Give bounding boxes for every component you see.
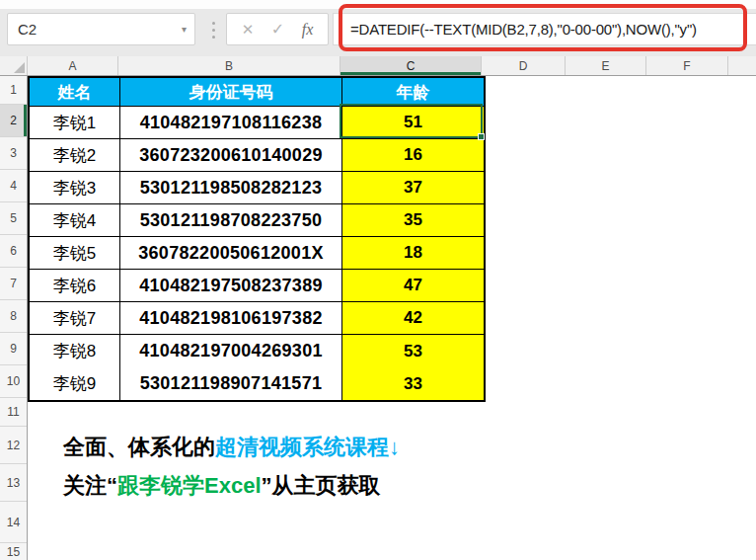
cancel-icon[interactable]: ✕ <box>242 21 255 39</box>
cell-b5[interactable]: 530121198708223750 <box>120 204 342 237</box>
insert-function-icon[interactable]: fx <box>302 21 314 39</box>
cell-c6[interactable]: 18 <box>342 237 484 270</box>
column-header-e[interactable]: E <box>566 56 646 75</box>
row-header-2[interactable]: 2 <box>0 105 27 137</box>
row-header-7[interactable]: 7 <box>0 268 27 300</box>
promo-line2-prefix: 关注“ <box>63 473 117 498</box>
cell-a9[interactable]: 李锐8 <box>30 335 120 367</box>
cell-a3[interactable]: 李锐2 <box>30 139 120 172</box>
cell-a8[interactable]: 李锐7 <box>30 302 120 335</box>
cell-b8[interactable]: 410482198106197382 <box>120 302 342 335</box>
cell-reference[interactable]: C2 <box>18 21 37 38</box>
cell-b9[interactable]: 410482197004269301 <box>120 335 342 367</box>
promo-line2-suffix: ”从主页获取 <box>262 473 381 498</box>
cell-a7[interactable]: 李锐6 <box>30 270 120 302</box>
cell-b3[interactable]: 360723200610140029 <box>120 139 342 172</box>
fill-handle[interactable] <box>478 133 485 140</box>
column-header-f[interactable]: F <box>646 56 728 75</box>
column-header-a[interactable]: A <box>28 56 118 75</box>
cell-b2[interactable]: 410482197108116238 <box>120 107 342 139</box>
row-header-9[interactable]: 9 <box>0 333 27 365</box>
cell-b10[interactable]: 530121198907141571 <box>120 367 342 400</box>
cell-c3[interactable]: 16 <box>342 139 484 172</box>
cell-a6[interactable]: 李锐5 <box>30 237 120 270</box>
select-all-icon <box>14 62 25 73</box>
row-header-11[interactable]: 11 <box>0 398 27 427</box>
promo-line1-cyan: 超清视频系统课程↓ <box>215 435 400 459</box>
row-header-14[interactable]: 14 <box>0 502 27 543</box>
table-header-age[interactable]: 年龄 <box>342 78 484 107</box>
sheet-grid: A B C D E F 1 2 3 4 5 6 7 8 9 10 11 12 1… <box>0 56 756 560</box>
cell-a4[interactable]: 李锐3 <box>30 172 120 204</box>
cell-b6[interactable]: 36078220050612001X <box>120 237 342 270</box>
cell-c9[interactable]: 53 <box>342 335 484 367</box>
column-header-b[interactable]: B <box>118 56 340 75</box>
name-box[interactable]: C2 ▾ <box>7 13 195 45</box>
row-header-3[interactable]: 3 <box>0 137 27 170</box>
row-header-6[interactable]: 6 <box>0 235 27 268</box>
row-header-8[interactable]: 8 <box>0 300 27 333</box>
row-headers: 1 2 3 4 5 6 7 8 9 10 11 12 13 14 15 <box>0 76 28 560</box>
promo-line2-green: 跟李锐学Excel <box>117 473 262 498</box>
formula-toolbar: C2 ▾ ✕ ✓ fx =DATEDIF(--TEXT(MID(B2,7,8),… <box>0 0 756 56</box>
cell-c5[interactable]: 35 <box>342 204 484 237</box>
column-headers: A B C D E F <box>0 56 756 76</box>
cell-a10[interactable]: 李锐9 <box>30 367 120 400</box>
row-header-5[interactable]: 5 <box>0 202 27 235</box>
row-header-4[interactable]: 4 <box>0 170 27 202</box>
enter-icon[interactable]: ✓ <box>271 20 284 39</box>
cell-a5[interactable]: 李锐4 <box>30 204 120 237</box>
table-header-id[interactable]: 身份证号码 <box>120 78 342 107</box>
cell-b7[interactable]: 410482197508237389 <box>120 270 342 302</box>
formula-text[interactable]: =DATEDIF(--TEXT(MID(B2,7,8),"0-00-00"),N… <box>334 21 697 38</box>
promo-line-2: 关注“跟李锐学Excel”从主页获取 <box>63 471 381 501</box>
promo-line1-black: 全面、体系化的 <box>63 435 215 459</box>
cell-b4[interactable]: 530121198508282123 <box>120 172 342 204</box>
data-table: 姓名 身份证号码 年龄 李锐1 410482197108116238 51 李锐… <box>28 76 486 402</box>
spreadsheet-app: C2 ▾ ✕ ✓ fx =DATEDIF(--TEXT(MID(B2,7,8),… <box>0 0 756 560</box>
table-header-name[interactable]: 姓名 <box>30 78 120 107</box>
row-header-15[interactable]: 15 <box>0 543 27 560</box>
column-header-c[interactable]: C <box>340 56 482 75</box>
cell-c4[interactable]: 37 <box>342 172 484 204</box>
cell-c2[interactable]: 51 <box>342 107 484 139</box>
name-box-resize-handle <box>212 22 215 39</box>
column-header-d[interactable]: D <box>482 56 566 75</box>
cell-a2[interactable]: 李锐1 <box>30 107 120 139</box>
select-all-button[interactable] <box>0 56 28 75</box>
formula-input[interactable]: =DATEDIF(--TEXT(MID(B2,7,8),"0-00-00"),N… <box>333 13 756 45</box>
column-header-partial[interactable] <box>728 56 756 75</box>
row-header-1[interactable]: 1 <box>0 76 27 105</box>
row-header-12[interactable]: 12 <box>0 427 27 464</box>
row-header-13[interactable]: 13 <box>0 464 27 502</box>
row-header-10[interactable]: 10 <box>0 365 27 398</box>
cell-c8[interactable]: 42 <box>342 302 484 335</box>
chevron-down-icon[interactable]: ▾ <box>182 24 187 35</box>
formula-buttons: ✕ ✓ fx <box>226 13 329 45</box>
cell-c10[interactable]: 33 <box>342 367 484 400</box>
promo-line-1: 全面、体系化的超清视频系统课程↓ <box>63 433 400 462</box>
cell-c7[interactable]: 47 <box>342 270 484 302</box>
